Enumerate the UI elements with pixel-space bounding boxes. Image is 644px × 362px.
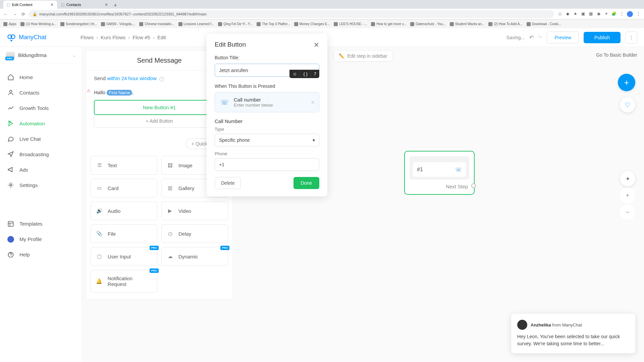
support-chat-popup[interactable]: Anzhelika from ManyChat Hey Leon, You've… [511,314,635,353]
emoji-button[interactable]: ☺ [289,70,300,78]
ext-icon[interactable]: ▦ [588,11,593,16]
close-icon[interactable]: ✕ [105,2,108,7]
nav-profile[interactable]: My Profile [0,232,82,247]
ext-icon[interactable]: 🧩 [611,11,616,16]
block-video[interactable]: ▶Video [161,201,228,220]
reload-icon[interactable]: ⟳ [21,12,25,17]
nav-growth[interactable]: Growth Tools [0,100,82,116]
type-label: Type [215,127,319,132]
bookmark[interactable]: Chinese translatio... [139,22,174,26]
breadcrumb-item[interactable]: Flows [80,35,94,40]
nav-help[interactable]: Help [0,247,82,262]
remove-action-button[interactable]: ✕ [311,99,315,106]
nav-settings[interactable]: Settings [0,177,82,193]
image-icon: 🖼 [166,162,174,169]
ext-icon[interactable]: ◇ [557,11,562,16]
block-notification[interactable]: 🔔Notification RequestPRO [91,270,157,293]
add-button[interactable]: + Add Button [94,115,225,128]
ext-icon[interactable]: ◉ [596,11,601,16]
breadcrumb-item[interactable]: Flow #5 [132,35,150,40]
bookmark[interactable]: LEE'S HOUSE - ... [334,22,367,26]
flow-canvas[interactable]: ✏️ Edit step in sidebar Go To Basic Buil… [82,47,644,362]
publish-button[interactable]: Publish [584,32,621,43]
nav-templates[interactable]: Templates [0,216,82,232]
close-icon[interactable]: ✕ [50,2,54,7]
ext-icon[interactable]: ⋮ [619,11,624,16]
variable-button[interactable]: { } [300,70,310,78]
block-file[interactable]: 📎File [91,224,157,243]
ext-icon[interactable]: ▣ [581,11,586,16]
block-userinput[interactable]: ▢User InputPRO [91,247,157,266]
first-name-token[interactable]: First Name [107,90,132,96]
bookmark[interactable]: (1) How Working a... [20,22,56,26]
favorite-button[interactable]: ♡ [620,97,635,113]
bookmark[interactable]: How to get more v... [371,22,406,26]
new-tab-button[interactable]: + [112,2,119,9]
bookmark[interactable]: The Top 3 Platfor... [257,22,290,26]
more-button[interactable]: ⋮ [625,32,637,44]
ext-icon[interactable]: ◆ [565,11,570,16]
breadcrumb-item[interactable]: Edit [157,35,166,40]
preview-button[interactable]: Preview [547,32,579,44]
bookmark[interactable]: Money Changes E... [294,22,330,26]
bookmark[interactable]: Datenschutz - You... [410,22,446,26]
edit-in-sidebar-button[interactable]: ✏️ Edit step in sidebar [334,51,392,61]
node-button[interactable]: #1 ☏ [413,162,466,177]
delete-button[interactable]: Delete [215,177,241,189]
phone-input[interactable] [215,158,319,171]
forward-icon[interactable]: → [12,12,17,17]
add-node-button[interactable]: + [618,74,635,91]
browser-tab[interactable]: ⬚ Contacts ✕ [58,1,111,9]
bookmark[interactable]: Download - Cooki... [527,22,561,26]
chat-message: Hey Leon, You've been selected to take o… [517,333,629,347]
nav-livechat[interactable]: Live Chat [0,131,82,146]
redo-icon[interactable]: ↷ [538,34,542,41]
pro-badge: PRO [150,246,159,250]
ext-icon[interactable]: ★ [573,11,578,16]
logo[interactable]: ManyChat [7,33,80,42]
bookmark[interactable]: Sonderangebot | ht... [60,22,97,26]
nav-ads[interactable]: Ads [0,162,82,177]
bookmark[interactable]: Student Wants an... [450,22,484,26]
flow-node[interactable]: #1 ☏ Next Step [404,151,475,195]
undo-icon[interactable]: ↶ [529,34,534,41]
message-text[interactable]: Hallo First Name, [94,86,225,100]
block-dynamic[interactable]: ☁DynamicPRO [161,247,228,266]
block-text[interactable]: ☰Text [91,156,157,175]
avatar-icon[interactable] [627,11,633,17]
zoom-in-button[interactable]: + [620,188,635,203]
block-audio[interactable]: 🔊Audio [91,201,157,220]
back-icon[interactable]: ← [3,12,8,17]
breadcrumb-item[interactable]: Kurs Flows [101,35,125,40]
warning-icon: ⚠ [87,88,91,93]
message-button[interactable]: New Button #1 ☏ [94,100,225,115]
block-card[interactable]: ▭Card [91,179,157,197]
nav-automation[interactable]: Automation [0,116,82,131]
bookmark[interactable]: Apps [3,22,16,26]
browser-tab-active[interactable]: ⬚ Edit Content ✕ [3,1,57,9]
nav-broadcasting[interactable]: Broadcasting [0,146,82,162]
call-action-card[interactable]: ☏ Call number Enter number below ✕ [215,92,319,112]
menu-icon[interactable]: ⋮ [636,11,641,16]
auto-layout-button[interactable]: ✦ [620,171,635,186]
info-icon[interactable]: ? [159,77,164,81]
ext-icon[interactable]: ✴ [604,11,609,16]
block-delay[interactable]: ◷Delay [161,224,228,243]
bookmark[interactable]: Qing Fei De Yi - Y... [218,22,253,26]
nav-contacts[interactable]: Contacts [0,85,82,100]
account-switcher[interactable]: PRO Bildungsfirma ⌄ [0,47,82,64]
zoom-out-button[interactable]: − [620,204,635,220]
type-select[interactable]: Specific phone ▾ [215,134,319,146]
url-input[interactable]: 🔒 manychat.com/fb198150208192061/cms/fil… [29,10,554,18]
tab-favicon: ⬚ [7,3,10,7]
connector-handle[interactable] [471,183,476,188]
nav-home[interactable]: Home [0,69,82,85]
pressed-label: When This Button is Pressed [215,83,319,89]
bookmark[interactable]: GMSN - Vologda,... [101,22,135,26]
close-button[interactable]: ✕ [314,41,319,49]
bookmark[interactable]: (2) How To Add A... [488,22,522,26]
bookmark[interactable]: Lessons Learned f... [178,22,214,26]
send-window-link[interactable]: within 24 hour window [107,75,157,81]
done-button[interactable]: Done [293,177,319,189]
basic-builder-link[interactable]: Go To Basic Builder [596,52,637,58]
